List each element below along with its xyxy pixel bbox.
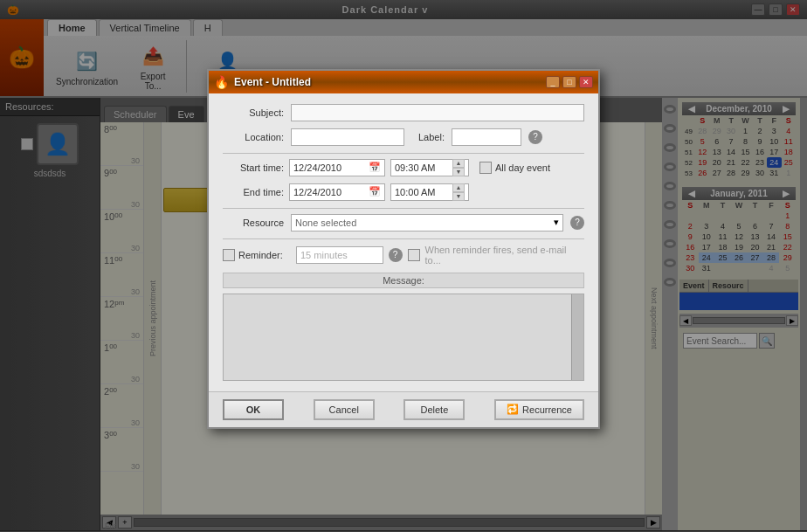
end-time-label: End time: (223, 187, 284, 197)
label-label: Label: (418, 132, 445, 142)
resource-dropdown-icon: ▾ (554, 217, 559, 228)
recurrence-label: Recurrence (522, 404, 572, 415)
label-help-icon[interactable]: ? (528, 130, 542, 144)
resource-select[interactable]: None selected ▾ (291, 214, 563, 231)
email-checkbox[interactable] (408, 249, 420, 261)
start-time-label: Start time: (223, 162, 284, 173)
start-date-value: 12/24/2010 (293, 162, 341, 173)
end-time-up[interactable]: ▲ (452, 183, 465, 192)
message-scrollbar[interactable] (571, 294, 583, 380)
resource-field-label: Resource (223, 218, 284, 228)
end-time-row: End time: 12/24/2010 📅 10:00 AM ▲ ▼ (223, 183, 584, 201)
resource-value: None selected (295, 218, 356, 228)
end-time-spinners[interactable]: ▲ ▼ (452, 183, 465, 201)
end-date-input[interactable]: 12/24/2010 📅 (289, 183, 385, 201)
location-label-row: Location: Label: ? (223, 128, 584, 146)
modal-titlebar: 🔥 Event - Untitled _ □ ✕ (209, 71, 598, 93)
reminder-label: Reminder: (238, 250, 291, 260)
recurrence-icon: 🔁 (507, 404, 519, 415)
divider-3 (223, 238, 584, 239)
subject-input[interactable] (291, 104, 584, 121)
resource-help-icon[interactable]: ? (570, 216, 584, 230)
resource-row: Resource None selected ▾ ? (223, 214, 584, 231)
modal-title-text: Event - Untitled (234, 76, 541, 88)
start-date-cal-icon[interactable]: 📅 (369, 162, 381, 173)
modal-body: Subject: Location: Label: ? Start time: (209, 93, 598, 391)
message-area[interactable] (223, 294, 584, 381)
ok-button[interactable]: OK (223, 399, 284, 420)
start-time-up[interactable]: ▲ (452, 159, 465, 168)
reminder-checkbox-area: Reminder: (223, 249, 291, 261)
modal-footer: OK Cancel Delete 🔁 Recurrence (209, 391, 598, 427)
divider-1 (223, 153, 584, 154)
reminder-row: Reminder: 15 minutes ? When reminder fir… (223, 245, 584, 266)
start-time-input[interactable]: 09:30 AM ▲ ▼ (390, 159, 469, 176)
modal-title-controls: _ □ ✕ (546, 76, 593, 88)
modal-close-btn[interactable]: ✕ (579, 76, 593, 88)
start-date-input[interactable]: 12/24/2010 📅 (289, 159, 385, 176)
allday-label: All day event (495, 162, 550, 173)
modal-dialog: 🔥 Event - Untitled _ □ ✕ Subject: Locati… (207, 69, 600, 429)
reminder-checkbox[interactable] (223, 249, 235, 261)
reminder-help-icon[interactable]: ? (389, 248, 403, 262)
modal-minimize-btn[interactable]: _ (546, 76, 560, 88)
end-time-input[interactable]: 10:00 AM ▲ ▼ (390, 183, 469, 201)
cancel-button[interactable]: Cancel (314, 399, 375, 420)
start-time-value: 09:30 AM (395, 162, 435, 173)
reminder-select[interactable]: 15 minutes (296, 246, 383, 264)
subject-label: Subject: (223, 107, 284, 118)
location-input[interactable] (291, 128, 404, 146)
app-window: 🎃 Dark Calendar v — □ ✕ 🎃 Home Vertical … (0, 0, 807, 532)
end-time-down[interactable]: ▼ (452, 192, 465, 201)
reminder-value: 15 minutes (300, 250, 348, 260)
modal-overlay: 🔥 Event - Untitled _ □ ✕ Subject: Locati… (0, 0, 807, 532)
recurrence-button[interactable]: 🔁 Recurrence (494, 399, 584, 420)
location-label: Location: (223, 132, 284, 142)
start-time-down[interactable]: ▼ (452, 168, 465, 176)
divider-2 (223, 208, 584, 209)
label-input[interactable] (452, 128, 521, 146)
email-label: When reminder fires, send e-mail to... (425, 245, 585, 266)
end-date-cal-icon[interactable]: 📅 (369, 186, 381, 197)
message-label-header: Message: (223, 273, 584, 288)
end-time-value: 10:00 AM (395, 187, 435, 197)
end-date-value: 12/24/2010 (293, 187, 341, 197)
allday-area: All day event (479, 162, 550, 174)
start-time-spinners[interactable]: ▲ ▼ (452, 159, 465, 176)
start-time-row: Start time: 12/24/2010 📅 09:30 AM ▲ ▼ (223, 159, 584, 176)
delete-button[interactable]: Delete (404, 399, 465, 420)
modal-title-icon: 🔥 (214, 75, 229, 89)
message-section: Message: (223, 273, 584, 381)
modal-maximize-btn[interactable]: □ (562, 76, 576, 88)
subject-row: Subject: (223, 104, 584, 121)
allday-checkbox[interactable] (479, 162, 492, 174)
